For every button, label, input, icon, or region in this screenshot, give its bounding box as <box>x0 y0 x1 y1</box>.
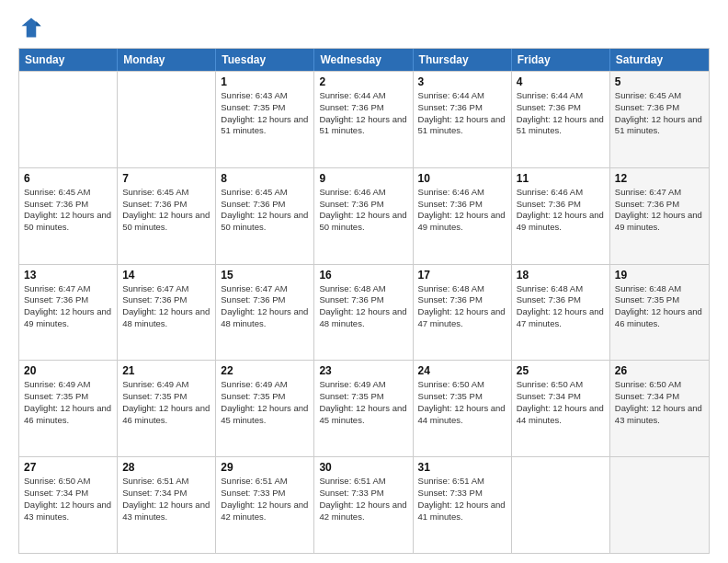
calendar-cell: 23Sunrise: 6:49 AM Sunset: 7:35 PM Dayli… <box>314 361 413 456</box>
day-number: 22 <box>221 364 309 377</box>
cell-text: Sunrise: 6:48 AM Sunset: 7:36 PM Dayligh… <box>418 283 506 330</box>
calendar-cell: 9Sunrise: 6:46 AM Sunset: 7:36 PM Daylig… <box>314 168 413 264</box>
calendar-cell: 28Sunrise: 6:51 AM Sunset: 7:34 PM Dayli… <box>118 457 216 553</box>
calendar-header-row: SundayMondayTuesdayWednesdayThursdayFrid… <box>19 49 709 71</box>
day-number: 28 <box>122 461 210 474</box>
calendar-cell <box>19 72 118 167</box>
calendar-cell: 27Sunrise: 6:50 AM Sunset: 7:34 PM Dayli… <box>19 457 118 553</box>
calendar-cell <box>512 457 610 553</box>
cell-text: Sunrise: 6:43 AM Sunset: 7:35 PM Dayligh… <box>221 90 309 137</box>
page: SundayMondayTuesdayWednesdayThursdayFrid… <box>0 0 728 563</box>
day-number: 2 <box>319 75 407 88</box>
cell-text: Sunrise: 6:49 AM Sunset: 7:35 PM Dayligh… <box>319 379 407 426</box>
day-number: 8 <box>221 172 309 185</box>
weekday-header: Sunday <box>19 49 118 71</box>
day-number: 30 <box>319 461 407 474</box>
calendar-cell: 29Sunrise: 6:51 AM Sunset: 7:33 PM Dayli… <box>216 457 314 553</box>
calendar-cell: 20Sunrise: 6:49 AM Sunset: 7:35 PM Dayli… <box>19 361 118 456</box>
weekday-header: Saturday <box>610 49 709 71</box>
cell-text: Sunrise: 6:45 AM Sunset: 7:36 PM Dayligh… <box>122 187 210 234</box>
day-number: 3 <box>418 75 506 88</box>
day-number: 5 <box>615 75 704 88</box>
cell-text: Sunrise: 6:46 AM Sunset: 7:36 PM Dayligh… <box>517 187 605 234</box>
day-number: 27 <box>24 461 112 474</box>
day-number: 16 <box>319 269 407 282</box>
calendar-cell: 8Sunrise: 6:45 AM Sunset: 7:36 PM Daylig… <box>216 168 314 264</box>
day-number: 19 <box>615 269 704 282</box>
logo <box>18 15 48 40</box>
calendar-cell: 21Sunrise: 6:49 AM Sunset: 7:35 PM Dayli… <box>118 361 216 456</box>
calendar-cell: 19Sunrise: 6:48 AM Sunset: 7:35 PM Dayli… <box>610 265 709 361</box>
day-number: 25 <box>517 364 605 377</box>
calendar-week-row: 1Sunrise: 6:43 AM Sunset: 7:35 PM Daylig… <box>19 71 709 167</box>
day-number: 12 <box>615 172 704 185</box>
calendar-cell: 2Sunrise: 6:44 AM Sunset: 7:36 PM Daylig… <box>314 72 413 167</box>
calendar-cell <box>610 457 709 553</box>
calendar-cell: 11Sunrise: 6:46 AM Sunset: 7:36 PM Dayli… <box>512 168 610 264</box>
calendar-cell: 13Sunrise: 6:47 AM Sunset: 7:36 PM Dayli… <box>19 265 118 361</box>
cell-text: Sunrise: 6:47 AM Sunset: 7:36 PM Dayligh… <box>221 283 309 330</box>
day-number: 18 <box>517 269 605 282</box>
day-number: 29 <box>221 461 309 474</box>
cell-text: Sunrise: 6:47 AM Sunset: 7:36 PM Dayligh… <box>615 187 704 234</box>
cell-text: Sunrise: 6:45 AM Sunset: 7:36 PM Dayligh… <box>24 187 112 234</box>
calendar-cell: 12Sunrise: 6:47 AM Sunset: 7:36 PM Dayli… <box>610 168 709 264</box>
calendar-cell: 26Sunrise: 6:50 AM Sunset: 7:34 PM Dayli… <box>610 361 709 456</box>
calendar-week-row: 13Sunrise: 6:47 AM Sunset: 7:36 PM Dayli… <box>19 264 709 361</box>
day-number: 20 <box>24 364 112 377</box>
cell-text: Sunrise: 6:51 AM Sunset: 7:34 PM Dayligh… <box>122 476 210 523</box>
cell-text: Sunrise: 6:48 AM Sunset: 7:36 PM Dayligh… <box>517 283 605 330</box>
logo-icon <box>18 15 44 40</box>
cell-text: Sunrise: 6:47 AM Sunset: 7:36 PM Dayligh… <box>122 283 210 330</box>
calendar-cell: 4Sunrise: 6:44 AM Sunset: 7:36 PM Daylig… <box>512 72 610 167</box>
weekday-header: Friday <box>512 49 610 71</box>
calendar-week-row: 20Sunrise: 6:49 AM Sunset: 7:35 PM Dayli… <box>19 360 709 456</box>
cell-text: Sunrise: 6:44 AM Sunset: 7:36 PM Dayligh… <box>517 90 605 137</box>
cell-text: Sunrise: 6:44 AM Sunset: 7:36 PM Dayligh… <box>418 90 506 137</box>
cell-text: Sunrise: 6:46 AM Sunset: 7:36 PM Dayligh… <box>418 187 506 234</box>
calendar-cell: 31Sunrise: 6:51 AM Sunset: 7:33 PM Dayli… <box>414 457 512 553</box>
cell-text: Sunrise: 6:46 AM Sunset: 7:36 PM Dayligh… <box>319 187 407 234</box>
day-number: 1 <box>221 75 309 88</box>
day-number: 15 <box>221 269 309 282</box>
day-number: 9 <box>319 172 407 185</box>
day-number: 23 <box>319 364 407 377</box>
cell-text: Sunrise: 6:51 AM Sunset: 7:33 PM Dayligh… <box>221 476 309 523</box>
weekday-header: Thursday <box>414 49 512 71</box>
weekday-header: Monday <box>118 49 216 71</box>
cell-text: Sunrise: 6:45 AM Sunset: 7:36 PM Dayligh… <box>615 90 704 137</box>
calendar-body: 1Sunrise: 6:43 AM Sunset: 7:35 PM Daylig… <box>19 71 709 553</box>
calendar-cell: 14Sunrise: 6:47 AM Sunset: 7:36 PM Dayli… <box>118 265 216 361</box>
svg-marker-1 <box>36 21 40 26</box>
svg-marker-0 <box>22 18 41 38</box>
cell-text: Sunrise: 6:48 AM Sunset: 7:36 PM Dayligh… <box>319 283 407 330</box>
day-number: 31 <box>418 461 506 474</box>
calendar: SundayMondayTuesdayWednesdayThursdayFrid… <box>18 48 710 554</box>
day-number: 4 <box>517 75 605 88</box>
cell-text: Sunrise: 6:51 AM Sunset: 7:33 PM Dayligh… <box>418 476 506 523</box>
weekday-header: Wednesday <box>314 49 413 71</box>
calendar-week-row: 6Sunrise: 6:45 AM Sunset: 7:36 PM Daylig… <box>19 167 709 264</box>
day-number: 26 <box>615 364 704 377</box>
day-number: 10 <box>418 172 506 185</box>
cell-text: Sunrise: 6:50 AM Sunset: 7:35 PM Dayligh… <box>418 379 506 426</box>
calendar-cell: 3Sunrise: 6:44 AM Sunset: 7:36 PM Daylig… <box>414 72 512 167</box>
cell-text: Sunrise: 6:50 AM Sunset: 7:34 PM Dayligh… <box>24 476 112 523</box>
cell-text: Sunrise: 6:44 AM Sunset: 7:36 PM Dayligh… <box>319 90 407 137</box>
calendar-cell: 22Sunrise: 6:49 AM Sunset: 7:35 PM Dayli… <box>216 361 314 456</box>
calendar-cell: 10Sunrise: 6:46 AM Sunset: 7:36 PM Dayli… <box>414 168 512 264</box>
day-number: 7 <box>122 172 210 185</box>
calendar-cell: 15Sunrise: 6:47 AM Sunset: 7:36 PM Dayli… <box>216 265 314 361</box>
day-number: 21 <box>122 364 210 377</box>
cell-text: Sunrise: 6:45 AM Sunset: 7:36 PM Dayligh… <box>221 187 309 234</box>
cell-text: Sunrise: 6:49 AM Sunset: 7:35 PM Dayligh… <box>122 379 210 426</box>
day-number: 11 <box>517 172 605 185</box>
calendar-cell: 24Sunrise: 6:50 AM Sunset: 7:35 PM Dayli… <box>414 361 512 456</box>
cell-text: Sunrise: 6:47 AM Sunset: 7:36 PM Dayligh… <box>24 283 112 330</box>
calendar-cell: 16Sunrise: 6:48 AM Sunset: 7:36 PM Dayli… <box>314 265 413 361</box>
day-number: 6 <box>24 172 112 185</box>
day-number: 17 <box>418 269 506 282</box>
calendar-week-row: 27Sunrise: 6:50 AM Sunset: 7:34 PM Dayli… <box>19 456 709 553</box>
calendar-cell: 7Sunrise: 6:45 AM Sunset: 7:36 PM Daylig… <box>118 168 216 264</box>
calendar-cell: 1Sunrise: 6:43 AM Sunset: 7:35 PM Daylig… <box>216 72 314 167</box>
